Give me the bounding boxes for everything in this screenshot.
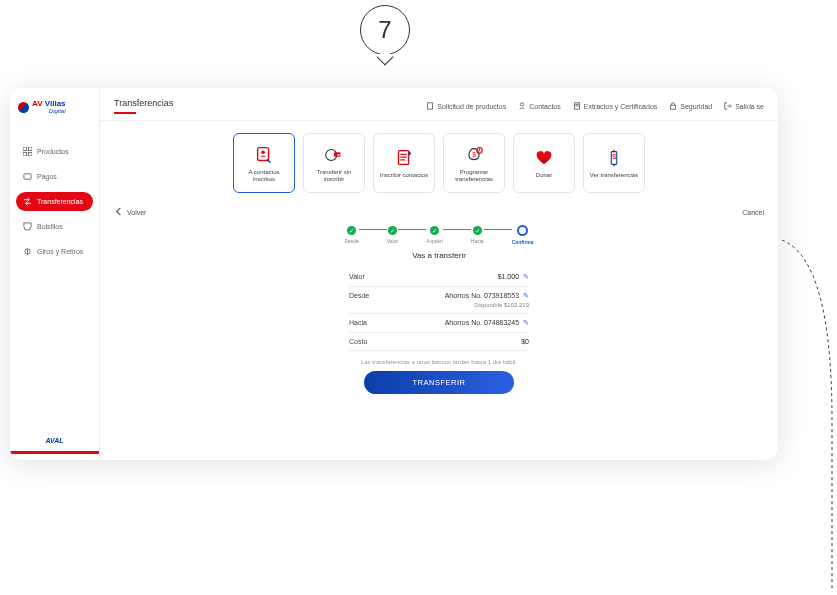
sidebar-item-label: Bolsillos <box>37 223 63 230</box>
edit-valor[interactable]: ✎ <box>523 273 529 280</box>
logo-blue: Villas <box>45 99 66 108</box>
footer-brand: AVAL <box>10 429 99 454</box>
lock-icon <box>669 102 677 110</box>
svg-rect-0 <box>23 147 27 151</box>
sidebar-item-label: Giros y Retiros <box>37 248 83 255</box>
card-inscribir-contactos[interactable]: Inscribir contactos <box>373 133 435 193</box>
sidebar-item-bolsillos[interactable]: Bolsillos <box>16 217 93 236</box>
svg-text:$: $ <box>472 150 476 157</box>
sidebar-item-label: Productos <box>37 148 69 155</box>
contacts-icon <box>518 102 526 110</box>
wallet-icon <box>23 172 32 181</box>
svg-text:$: $ <box>612 152 616 161</box>
card-transferir-sin-inscribir[interactable]: Transferir sin inscribir <box>303 133 365 193</box>
grid-icon <box>23 147 32 156</box>
step-number: 7 <box>378 16 391 44</box>
sidebar-item-label: Pagos <box>37 173 57 180</box>
page-title: Transferencias <box>114 98 173 114</box>
sidebar-item-transferencias[interactable]: Transferencias <box>16 192 93 211</box>
step-dot-complete: ✓ <box>473 226 482 235</box>
step-dot-complete: ✓ <box>430 226 439 235</box>
cancel-button[interactable]: Cancel <box>742 209 764 216</box>
app-window: AV Villas Digital Productos Pagos <box>10 88 778 460</box>
withdraw-icon <box>23 247 32 256</box>
card-ver-transferencias[interactable]: $ Ver transferencias <box>583 133 645 193</box>
logo-icon <box>18 102 29 113</box>
row-costo: Costo $0 <box>349 333 529 351</box>
sidebar: AV Villas Digital Productos Pagos <box>10 88 100 460</box>
list-icon: $ <box>603 147 625 169</box>
logo-red: AV <box>32 99 43 108</box>
sidebar-item-pagos[interactable]: Pagos <box>16 167 93 186</box>
top-link-contactos[interactable]: Contactos <box>518 102 561 110</box>
clipboard-icon <box>393 147 415 169</box>
step-badge: 7 <box>360 5 410 55</box>
action-cards: A contactos inscritos Transferir sin ins… <box>114 129 764 201</box>
svg-rect-13 <box>334 152 340 157</box>
topbar: Transferencias Solicitud de productos Co… <box>100 88 778 121</box>
sidebar-item-label: Transferencias <box>37 198 83 205</box>
bag-icon: $ <box>463 144 485 166</box>
row-valor: Valor $1.000 ✎ <box>349 268 529 287</box>
step-aquien: ✓ A quién <box>426 226 443 244</box>
svg-rect-3 <box>28 152 32 156</box>
top-link-extractos[interactable]: Extractos y Certificados <box>573 102 658 110</box>
pocket-icon <box>23 222 32 231</box>
step-dot-complete: ✓ <box>347 226 356 235</box>
svg-rect-9 <box>671 105 676 109</box>
back-button[interactable]: Volver <box>114 207 146 217</box>
edit-hacia[interactable]: ✎ <box>523 319 529 326</box>
decorative-dashed-curve <box>777 240 837 590</box>
svg-rect-6 <box>428 103 433 109</box>
sidebar-nav: Productos Pagos Transferencias Bolsillos <box>10 124 99 261</box>
sidebar-item-giros[interactable]: Giros y Retiros <box>16 242 93 261</box>
transfer-quick-icon <box>323 144 345 166</box>
transfer-button[interactable]: TRANSFERIR <box>364 371 514 394</box>
summary-title: Vas a transferir <box>349 251 529 260</box>
sidebar-item-productos[interactable]: Productos <box>16 142 93 161</box>
edit-desde[interactable]: ✎ <box>523 292 529 299</box>
document-icon <box>426 102 434 110</box>
top-link-seguridad[interactable]: Seguridad <box>669 102 712 110</box>
step-dot-current <box>517 225 528 236</box>
svg-rect-1 <box>28 147 32 151</box>
step-valor: ✓ Valor <box>387 226 398 244</box>
card-contactos-inscritos[interactable]: A contactos inscritos <box>233 133 295 193</box>
step-confirma: Confirma <box>512 225 534 245</box>
card-donar[interactable]: Donar <box>513 133 575 193</box>
row-hacia: Hacia Ahorros No. 074883245 ✎ <box>349 314 529 333</box>
main: Transferencias Solicitud de productos Co… <box>100 88 778 460</box>
logo: AV Villas Digital <box>10 96 99 124</box>
top-link-solicitud[interactable]: Solicitud de productos <box>426 102 506 110</box>
top-links: Solicitud de productos Contactos Extract… <box>426 102 764 110</box>
logo-sub: Digital <box>32 108 66 114</box>
svg-rect-10 <box>258 147 269 160</box>
back-row: Volver Cancel <box>114 201 764 221</box>
svg-point-7 <box>521 103 524 106</box>
content: A contactos inscritos Transferir sin ins… <box>100 121 778 460</box>
logout-icon <box>724 102 732 110</box>
transfer-summary: Vas a transferir Valor $1.000 ✎ Desde <box>349 251 529 394</box>
arrow-left-icon <box>114 207 123 217</box>
svg-rect-2 <box>23 152 27 156</box>
row-desde: Desde Ahorros No. 073918553 ✎ Disponible… <box>349 287 529 314</box>
svg-point-11 <box>261 150 265 154</box>
step-dot-complete: ✓ <box>388 226 397 235</box>
file-icon <box>573 102 581 110</box>
contact-card-icon <box>253 144 275 166</box>
transfer-icon <box>23 197 32 206</box>
step-hacia: ✓ Hacia <box>471 226 484 244</box>
card-programar[interactable]: $ Programar transferencias <box>443 133 505 193</box>
top-link-salida[interactable]: Salida se <box>724 102 764 110</box>
heart-icon <box>533 147 555 169</box>
step-desde: ✓ Desde <box>344 226 358 244</box>
transfer-hint: Las transferencias a otros bancos tardan… <box>349 359 529 365</box>
stepper: ✓ Desde ✓ Valor ✓ A quién ✓ Hacia <box>114 225 764 245</box>
svg-rect-4 <box>24 174 31 179</box>
